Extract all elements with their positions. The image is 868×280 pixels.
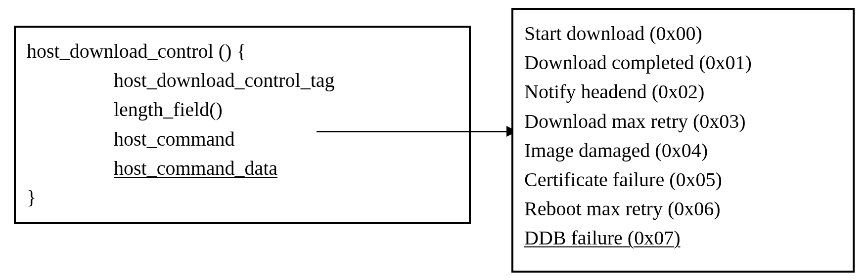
command-value-5: Certificate failure (0x05): [524, 165, 842, 194]
struct-field-command: host_command: [27, 124, 458, 154]
struct-field-length-text: length_field(): [114, 98, 223, 120]
struct-field-tag-text: host_download_control_tag: [114, 69, 335, 91]
struct-field-length: length_field(): [27, 95, 458, 124]
command-value-1: Download completed (0x01): [524, 48, 842, 77]
command-value-6: Reboot max retry (0x06): [524, 194, 842, 223]
struct-field-command-text: host_command: [114, 128, 234, 150]
command-value-3: Download max retry (0x03): [524, 107, 842, 136]
command-value-7: DDB failure (0x07): [524, 223, 842, 252]
command-values-box: Start download (0x00) Download completed…: [511, 8, 855, 273]
struct-field-command-data: host_command_data: [27, 154, 458, 183]
command-value-4: Image damaged (0x04): [524, 136, 842, 165]
fn-close: }: [27, 183, 458, 212]
struct-field-tag: host_download_control_tag: [27, 66, 458, 95]
fn-open: host_download_control () {: [27, 37, 458, 66]
command-value-0: Start download (0x00): [524, 19, 842, 48]
struct-definition-box: host_download_control () { host_download…: [14, 26, 471, 224]
struct-field-command-data-text: host_command_data: [114, 157, 277, 179]
command-value-2: Notify headend (0x02): [524, 77, 842, 106]
